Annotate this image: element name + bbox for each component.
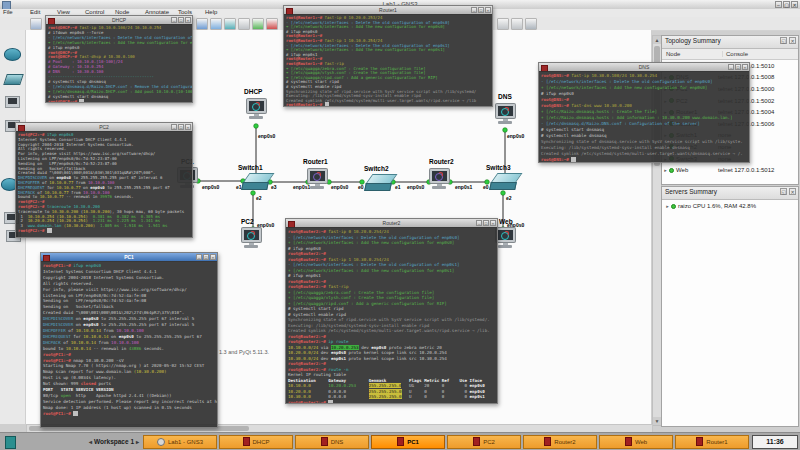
- xterm-icon: [243, 437, 250, 446]
- menu-help[interactable]: Help: [205, 9, 217, 15]
- toolbar-button-icon[interactable]: [525, 18, 537, 30]
- terminal-output[interactable]: root@PC1:~# ifup enp0s0Internet Systems …: [41, 261, 217, 427]
- close-panel-icon[interactable]: ✕: [789, 188, 796, 195]
- minimize-icon[interactable]: –: [728, 64, 734, 70]
- close-panel-icon[interactable]: ✕: [789, 37, 796, 44]
- scroll-down-icon[interactable]: ▼: [653, 417, 661, 425]
- maximize-icon[interactable]: □: [478, 7, 484, 13]
- taskbar-button-label: Lab1 - GNS3: [168, 439, 203, 445]
- toolbar-button-icon[interactable]: [511, 18, 523, 30]
- toolbar-button-icon[interactable]: [30, 18, 42, 30]
- taskbar-button-label: Web: [635, 439, 647, 445]
- menu-file[interactable]: File: [3, 9, 13, 15]
- minimize-icon[interactable]: –: [775, 1, 782, 8]
- toolbar-button-icon[interactable]: [497, 18, 509, 30]
- gns3-console-text: 1.3 and PyQt 5.11.3.: [219, 349, 269, 355]
- maximize-icon[interactable]: □: [735, 64, 741, 70]
- terminal-window-router2[interactable]: Router2–□×root@Router2:~# fast-ip 0 10.2…: [285, 218, 498, 404]
- terminal-output[interactable]: root@Router2:~# fast-ip 0 10.20.0.254/24…: [286, 227, 497, 403]
- minimize-icon[interactable]: –: [171, 124, 177, 130]
- topology-summary-columns: Node Console: [662, 49, 798, 60]
- minimize-icon[interactable]: –: [476, 220, 482, 226]
- next-workspace-icon[interactable]: ▸: [136, 438, 139, 445]
- maximize-icon[interactable]: □: [483, 220, 489, 226]
- terminal-line: root@DNS:~#: [541, 157, 749, 162]
- float-panel-icon[interactable]: ◱: [780, 37, 787, 44]
- terminal-title: PC1: [41, 254, 217, 260]
- prev-workspace-icon[interactable]: ◂: [89, 438, 92, 445]
- toolbar-button-icon[interactable]: [266, 18, 278, 30]
- terminal-window-pc1[interactable]: PC1–□×root@PC1:~# ifup enp0s0Internet Sy…: [40, 252, 218, 428]
- desktop: Lab1 - GNS3 – ▢ ✕ FileEditViewControlNod…: [0, 0, 800, 450]
- taskbar-button-router2[interactable]: Router2: [523, 435, 597, 449]
- terminal-output[interactable]: root@DNS:~# fast-ip 10.30.0.100/24 10.30…: [539, 71, 749, 162]
- taskbar-button-label: Router1: [706, 439, 727, 445]
- end-device-palette-icon[interactable]: [5, 96, 20, 108]
- toolbar-button-icon[interactable]: [196, 18, 208, 30]
- close-icon[interactable]: ×: [210, 254, 216, 260]
- close-icon[interactable]: ✕: [791, 1, 798, 8]
- terminal-window-router1[interactable]: Router1–□×root@Router1:~# fast-ip 0 10.2…: [283, 5, 493, 107]
- toolbar-button-icon[interactable]: [210, 18, 222, 30]
- expand-arrow-icon[interactable]: ▸: [664, 203, 671, 209]
- servers-summary-panel: Servers Summary ◱ ✕ ▸ raizo CPU 1.6%, RA…: [661, 186, 799, 427]
- maximize-icon[interactable]: □: [178, 124, 184, 130]
- topology-row-web[interactable]: ▸Webtelnet 127.0.0.1:5012: [662, 164, 798, 176]
- close-icon[interactable]: ×: [485, 7, 491, 13]
- switch-palette-icon[interactable]: [3, 74, 24, 85]
- taskbar-button-dhcp[interactable]: DHCP: [219, 435, 293, 449]
- terminal-output[interactable]: root@PC2:~# ifup enp0s0Internet Systems …: [16, 131, 192, 237]
- terminal-window-pc2[interactable]: PC2–□×root@PC2:~# ifup enp0s0Internet Sy…: [15, 122, 193, 238]
- maximize-icon[interactable]: □: [178, 17, 184, 23]
- menu-edit[interactable]: Edit: [30, 9, 40, 15]
- terminal-line: root@Router2:~#: [288, 400, 497, 404]
- toolbar-button-icon[interactable]: [224, 18, 236, 30]
- workspace-label: Workspace 1: [94, 438, 134, 445]
- xterm-icon: [544, 437, 551, 446]
- node-console: telnet 127.0.0.1:5012: [718, 167, 798, 173]
- workspace-switcher: ◂ Workspace 1 ▸: [86, 433, 142, 450]
- terminal-window-dhcp[interactable]: DHCP–□×root@DHCP:~# fast-ip 10.10.0.100/…: [45, 15, 193, 103]
- gns3-icon: [157, 438, 165, 446]
- xterm-icon: [397, 437, 404, 446]
- taskbar-button-label: PC2: [483, 439, 495, 445]
- terminal-line: root@DHCP:~#: [48, 100, 192, 102]
- router-palette-icon[interactable]: [4, 48, 21, 61]
- column-node[interactable]: Node: [662, 51, 723, 57]
- close-icon[interactable]: ×: [185, 17, 191, 23]
- terminal-output[interactable]: root@DHCP:~# fast-ip 10.10.0.100/24 10.1…: [46, 24, 192, 102]
- column-console[interactable]: Console: [723, 51, 798, 57]
- minimize-icon[interactable]: –: [196, 254, 202, 260]
- scroll-up-icon[interactable]: ▲: [653, 36, 661, 44]
- server-row[interactable]: ▸ raizo CPU 1.6%, RAM 42.8%: [662, 200, 798, 212]
- maximize-icon[interactable]: ▢: [783, 1, 790, 8]
- close-icon[interactable]: ×: [490, 220, 496, 226]
- taskbar-button-pc1[interactable]: PC1: [371, 435, 445, 449]
- taskbar-button-router1[interactable]: Router1: [675, 435, 749, 449]
- node-name: Web: [676, 167, 718, 173]
- terminal-title: DNS: [539, 64, 749, 70]
- desktop-icon[interactable]: [5, 436, 16, 449]
- minimize-icon[interactable]: –: [471, 7, 477, 13]
- toolbar-button-icon[interactable]: [238, 18, 250, 30]
- xterm-icon: [625, 437, 632, 446]
- taskbar-button-label: Router2: [554, 439, 575, 445]
- expand-arrow-icon[interactable]: ▸: [662, 167, 669, 173]
- taskbar-clock: 11:36: [752, 435, 798, 449]
- taskbar: ◂ Workspace 1 ▸ Lab1 - GNS3DHCPDNSPC1PC2…: [0, 432, 800, 450]
- maximize-icon[interactable]: □: [203, 254, 209, 260]
- minimize-icon[interactable]: –: [171, 17, 177, 23]
- taskbar-button-lab1-gns3[interactable]: Lab1 - GNS3: [143, 435, 217, 449]
- taskbar-button-pc2[interactable]: PC2: [447, 435, 521, 449]
- taskbar-left-area: [0, 433, 86, 450]
- close-icon[interactable]: ×: [742, 64, 748, 70]
- close-icon[interactable]: ×: [185, 124, 191, 130]
- toolbar-button-icon[interactable]: [252, 18, 264, 30]
- taskbar-button-dns[interactable]: DNS: [295, 435, 369, 449]
- float-panel-icon[interactable]: ◱: [780, 188, 787, 195]
- terminal-window-dns[interactable]: DNS–□×root@DNS:~# fast-ip 10.30.0.100/24…: [538, 62, 750, 163]
- terminal-output[interactable]: root@Router1:~# fast-ip 0 10.20.0.253/24…: [284, 14, 492, 106]
- topology-summary-header: Topology Summary ◱ ✕: [662, 36, 798, 49]
- taskbar-button-web[interactable]: Web: [599, 435, 673, 449]
- taskbar-button-label: PC1: [407, 439, 419, 445]
